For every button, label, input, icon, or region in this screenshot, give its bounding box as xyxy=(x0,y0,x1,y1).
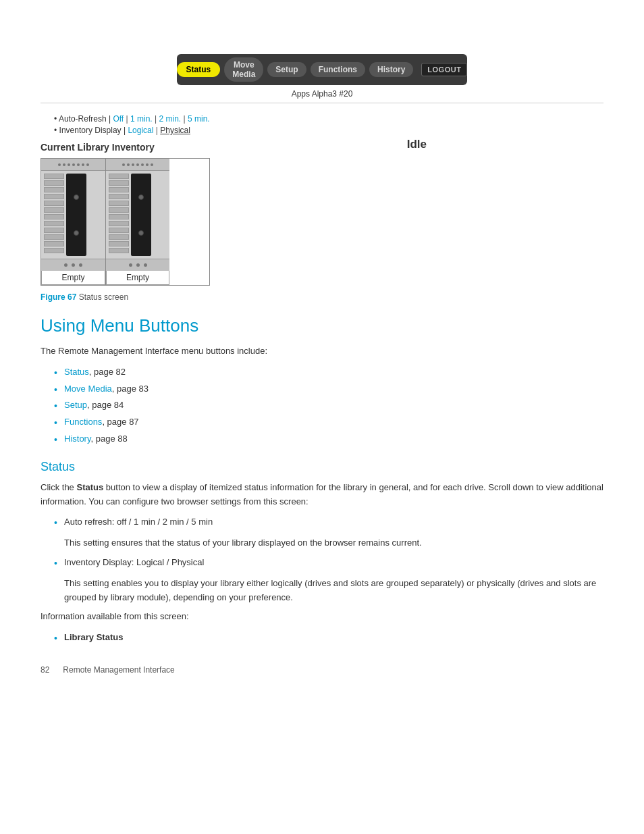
slot11 xyxy=(44,241,64,246)
inventory-physical-active: Physical xyxy=(160,126,190,135)
info-available-text: Information available from this screen: xyxy=(41,610,603,624)
functions-link[interactable]: Functions xyxy=(64,417,102,427)
slot1 xyxy=(44,174,64,179)
menu-items-list: Status, page 82 Move Media, page 83 Setu… xyxy=(41,365,603,446)
m2dot7 xyxy=(151,163,153,166)
intro-text: The Remote Management Interface menu but… xyxy=(41,344,603,359)
drive2-led1 xyxy=(138,194,144,200)
m2slot2 xyxy=(109,180,129,186)
module1-drive xyxy=(66,174,86,256)
status-bullet-inventory: Inventory Display: Logical / Physical xyxy=(54,556,603,570)
module2-slots xyxy=(109,174,129,256)
logout-button[interactable]: LOGOUT xyxy=(421,63,467,76)
library-display: Empty xyxy=(41,158,210,286)
auto-refresh-off-link[interactable]: Off xyxy=(113,114,124,124)
slot9 xyxy=(44,228,64,233)
module1-bottom xyxy=(41,259,105,271)
m2slot9 xyxy=(109,228,129,233)
nav-status-button[interactable]: Status xyxy=(177,62,221,77)
bottom-dot1 xyxy=(64,263,68,267)
bottom-dot2 xyxy=(72,263,75,267)
status-link[interactable]: Status xyxy=(64,367,89,377)
device-name: Apps Alpha3 #20 xyxy=(41,89,603,99)
auto-refresh-2min-link[interactable]: 2 min. xyxy=(159,114,181,124)
drive1-led2 xyxy=(74,230,79,236)
status-body-text: Click the Status button to view a displa… xyxy=(41,481,603,509)
nav-move-media-button[interactable]: Move Media xyxy=(224,57,263,82)
info-bullets-list: Library Status xyxy=(41,631,603,645)
inventory-sub-text: This setting enables you to display your… xyxy=(41,577,603,605)
status-sub-heading: Status xyxy=(41,460,603,474)
m2slot11 xyxy=(109,241,129,246)
slot2 xyxy=(44,180,64,186)
m2dot1 xyxy=(122,163,125,166)
bottom-dot3 xyxy=(79,263,82,267)
module2-top-dots xyxy=(122,163,153,166)
slot8 xyxy=(44,221,64,226)
drive1-led1 xyxy=(74,194,79,200)
inventory-display-setting: • Inventory Display | Logical | Physical xyxy=(54,126,210,135)
auto-refresh-setting: • Auto-Refresh | Off | 1 min. | 2 min. |… xyxy=(54,114,210,124)
m2slot8 xyxy=(109,221,129,226)
m2dot4 xyxy=(136,163,139,166)
nav-functions-button[interactable]: Functions xyxy=(311,62,365,77)
figure-caption: Figure 67 Status screen xyxy=(41,292,603,302)
bullet-icon: • xyxy=(54,114,57,124)
setup-link[interactable]: Setup xyxy=(64,400,87,410)
module1-slots xyxy=(44,174,64,256)
m2slot5 xyxy=(109,201,129,206)
m2slot1 xyxy=(109,174,129,179)
m2dot6 xyxy=(146,163,149,166)
module1-body xyxy=(41,171,105,259)
module2-top xyxy=(106,159,169,171)
dot5 xyxy=(77,163,80,166)
m2slot6 xyxy=(109,207,129,213)
list-item-setup: Setup, page 84 xyxy=(54,398,603,413)
history-link[interactable]: History xyxy=(64,434,90,444)
dot7 xyxy=(86,163,89,166)
m2dot2 xyxy=(127,163,130,166)
m2slot7 xyxy=(109,214,129,219)
library-status-label: Library Status xyxy=(64,632,123,642)
status-bullet-autorefresh: Auto refresh: off / 1 min / 2 min / 5 mi… xyxy=(54,515,603,529)
m2dot3 xyxy=(132,163,134,166)
dot6 xyxy=(82,163,84,166)
slot5 xyxy=(44,201,64,206)
m2-bottom-dot3 xyxy=(144,263,147,267)
m2-bottom-dot2 xyxy=(136,263,140,267)
slot4 xyxy=(44,194,64,199)
dot2 xyxy=(63,163,65,166)
list-item-status: Status, page 82 xyxy=(54,365,603,380)
move-media-link[interactable]: Move Media xyxy=(64,384,112,394)
inventory-logical-link[interactable]: Logical xyxy=(128,126,153,135)
nav-history-button[interactable]: History xyxy=(369,62,413,77)
dot4 xyxy=(72,163,75,166)
list-item-move-media: Move Media, page 83 xyxy=(54,382,603,396)
autorefresh-sub-text: This setting ensures that the status of … xyxy=(41,536,603,550)
dot1 xyxy=(58,163,61,166)
status-idle-label: Idle xyxy=(230,138,603,151)
main-section-heading: Using Menu Buttons xyxy=(41,315,603,336)
library-module-1: Empty xyxy=(41,159,105,285)
list-item-functions: Functions, page 87 xyxy=(54,415,603,429)
dot3 xyxy=(68,163,70,166)
auto-refresh-1min-link[interactable]: 1 min. xyxy=(130,114,153,124)
nav-setup-button[interactable]: Setup xyxy=(267,62,306,77)
status-bullets-list2: Inventory Display: Logical / Physical xyxy=(41,556,603,570)
m2slot12 xyxy=(109,248,129,253)
library-module-2: Empty xyxy=(105,159,169,285)
m2slot4 xyxy=(109,194,129,199)
m2-bottom-dot1 xyxy=(129,263,132,267)
page-footer: 82 Remote Management Interface xyxy=(41,665,603,675)
module2-bottom xyxy=(106,259,169,271)
library-status-bullet: Library Status xyxy=(54,631,603,645)
slot12 xyxy=(44,248,64,253)
drive2-led2 xyxy=(138,230,144,236)
section-label: Remote Management Interface xyxy=(63,665,174,675)
slot7 xyxy=(44,214,64,219)
auto-refresh-5min-link[interactable]: 5 min. xyxy=(188,114,210,124)
list-item-history: History, page 88 xyxy=(54,432,603,446)
slot6 xyxy=(44,207,64,213)
m2slot10 xyxy=(109,234,129,240)
module2-body xyxy=(106,171,169,259)
